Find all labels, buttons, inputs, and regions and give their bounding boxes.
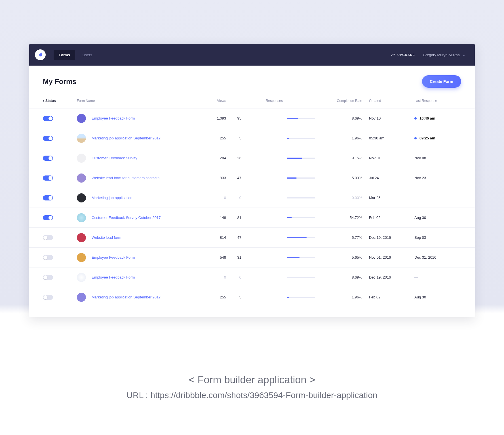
- created-value: Nov 10: [369, 116, 414, 120]
- completion-value: 8.69%: [329, 116, 369, 120]
- page-title: My Forms: [43, 78, 76, 86]
- form-name-link[interactable]: Website lead form for customers contacts: [92, 176, 159, 180]
- status-toggle[interactable]: [43, 275, 53, 280]
- completion-bar: [287, 237, 315, 238]
- caption-url: URL : https://dribbble.com/shots/3963594…: [0, 390, 504, 400]
- new-indicator-dot: [414, 137, 417, 139]
- completion-value: 54.72%: [329, 216, 369, 220]
- responses-value: 26: [230, 156, 241, 160]
- col-last[interactable]: Last Response: [414, 99, 461, 103]
- user-name: Gregory Muryn-Mukha: [423, 53, 460, 57]
- completion-bar: [287, 177, 315, 179]
- table-header: ▾ Status Form Name Views Responses Compl…: [29, 93, 475, 108]
- nav-tab-forms[interactable]: Forms: [54, 50, 75, 60]
- last-response-value: Nov 08: [414, 156, 461, 160]
- completion-value: 9.15%: [329, 156, 369, 160]
- status-toggle[interactable]: [43, 255, 53, 260]
- responses-value: 0: [230, 275, 241, 279]
- status-toggle[interactable]: [43, 195, 53, 200]
- last-response-value: 10:46 am: [414, 116, 461, 120]
- trending-up-icon: [391, 53, 395, 57]
- avatar: [77, 173, 86, 183]
- created-value: 05:30 am: [369, 136, 414, 140]
- created-value: Nov 01, 2016: [369, 255, 414, 260]
- last-response-value: —: [414, 196, 461, 200]
- form-name-link[interactable]: Customer Feedback Survey: [92, 156, 137, 160]
- completion-bar: [287, 257, 315, 258]
- completion-value: 5.65%: [329, 255, 369, 260]
- responses-value: 5: [230, 136, 241, 140]
- page-header: My Forms Create Form: [29, 66, 475, 93]
- form-name-link[interactable]: Website lead form: [92, 235, 121, 240]
- new-indicator-dot: [414, 117, 417, 120]
- table-row: Marketing job application September 2017…: [29, 287, 475, 307]
- form-name-link[interactable]: Marketing job application: [92, 196, 132, 200]
- views-value: 255: [199, 295, 230, 299]
- col-name[interactable]: Form Name: [77, 99, 199, 103]
- created-value: Nov 01: [369, 156, 414, 160]
- completion-value: 5.77%: [329, 235, 369, 240]
- views-value: 284: [199, 156, 230, 160]
- upgrade-label: UPGRADE: [397, 53, 415, 57]
- completion-bar: [287, 158, 315, 159]
- views-value: 548: [199, 255, 230, 260]
- user-menu[interactable]: Gregory Muryn-Mukha ⌄: [423, 53, 466, 57]
- form-name-link[interactable]: Marketing job application September 2017: [92, 136, 161, 140]
- created-value: Jul 24: [369, 176, 414, 180]
- avatar: [77, 213, 86, 222]
- col-created[interactable]: Created: [369, 99, 414, 103]
- table-row: Marketing job application September 2017…: [29, 128, 475, 148]
- nav-tab-users[interactable]: Users: [77, 50, 97, 60]
- completion-value: 0.00%: [329, 196, 369, 200]
- responses-value: 0: [230, 196, 241, 200]
- col-status[interactable]: ▾ Status: [43, 99, 77, 103]
- table-row: Employee Feedback Form1,093958.69%Nov 10…: [29, 108, 475, 128]
- form-name-link[interactable]: Marketing job application September 2017: [92, 295, 161, 299]
- form-name-link[interactable]: Employee Feedback Form: [92, 275, 135, 279]
- flame-icon: [37, 52, 43, 58]
- table-row: Customer Feedback Survey October 2017148…: [29, 208, 475, 227]
- avatar: [77, 154, 86, 163]
- responses-value: 5: [230, 295, 241, 299]
- views-value: 1,093: [199, 116, 230, 120]
- col-responses[interactable]: Responses: [230, 99, 287, 103]
- created-value: Dec 19, 2016: [369, 275, 414, 279]
- table-row: Website lead form814475.77%Dec 19, 2016S…: [29, 227, 475, 247]
- table-row: Marketing job application000.00%Mar 25—: [29, 188, 475, 208]
- completion-bar: [287, 277, 315, 278]
- col-views[interactable]: Views: [199, 99, 230, 103]
- status-toggle[interactable]: [43, 235, 53, 240]
- table-row: Employee Feedback Form008.69%Dec 19, 201…: [29, 267, 475, 287]
- status-toggle[interactable]: [43, 116, 53, 121]
- table-row: Employee Feedback Form548315.65%Nov 01, …: [29, 247, 475, 267]
- status-toggle[interactable]: [43, 215, 53, 220]
- status-toggle[interactable]: [43, 136, 53, 141]
- last-response-value: Dec 31, 2016: [414, 255, 461, 260]
- last-response-value: Nov 23: [414, 176, 461, 180]
- views-value: 814: [199, 235, 230, 240]
- created-value: Feb 02: [369, 295, 414, 299]
- status-toggle[interactable]: [43, 295, 53, 300]
- status-toggle[interactable]: [43, 156, 53, 161]
- completion-value: 1.96%: [329, 136, 369, 140]
- topbar: Forms Users UPGRADE Gregory Muryn-Mukha …: [29, 44, 475, 66]
- completion-value: 5.03%: [329, 176, 369, 180]
- form-name-link[interactable]: Employee Feedback Form: [92, 116, 135, 120]
- caption: < Form builder application > URL : https…: [0, 317, 504, 417]
- completion-bar: [287, 118, 315, 119]
- responses-value: 81: [230, 216, 241, 220]
- last-response-value: Aug 30: [414, 216, 461, 220]
- views-value: 148: [199, 216, 230, 220]
- status-toggle[interactable]: [43, 175, 53, 181]
- forms-table: ▾ Status Form Name Views Responses Compl…: [29, 93, 475, 317]
- create-form-button[interactable]: Create Form: [422, 75, 461, 88]
- form-name-link[interactable]: Employee Feedback Form: [92, 255, 135, 260]
- avatar: [77, 253, 86, 262]
- completion-bar: [287, 297, 315, 298]
- col-completion[interactable]: Completion Rate: [329, 99, 369, 103]
- app-logo[interactable]: [35, 49, 46, 60]
- completion-value: 8.69%: [329, 275, 369, 279]
- form-name-link[interactable]: Customer Feedback Survey October 2017: [92, 216, 161, 220]
- upgrade-link[interactable]: UPGRADE: [391, 53, 415, 57]
- responses-value: 47: [230, 176, 241, 180]
